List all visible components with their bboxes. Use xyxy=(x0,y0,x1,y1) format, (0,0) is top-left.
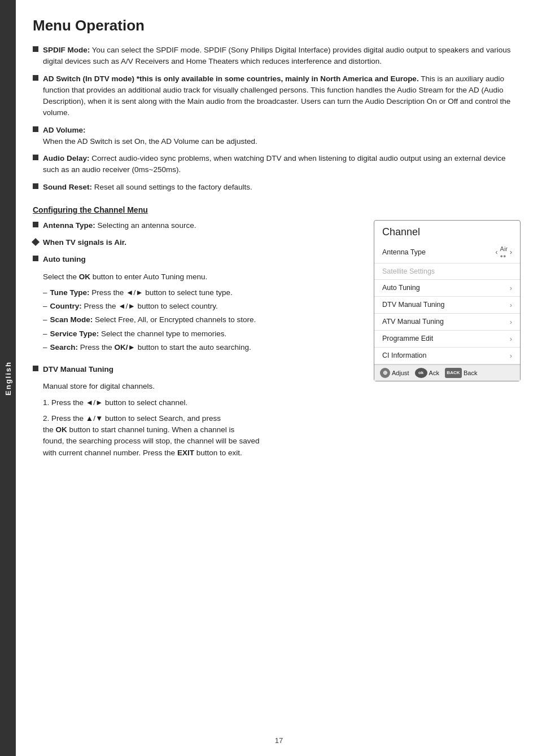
dash-text-search: Search: Press the OK/► button to start t… xyxy=(50,342,251,353)
dash-text-country: Country: Press the ◄/► button to select … xyxy=(50,301,218,312)
adjust-icon: ⊕ xyxy=(380,368,390,378)
bullet-text-dtv: DTV Manual Tuning xyxy=(43,364,362,375)
channel-menu-programme-label: Programme Edit xyxy=(382,335,506,342)
adjust-label: Adjust xyxy=(392,370,409,376)
bullet-text-advolume: AD Volume: When the AD Switch is set On,… xyxy=(43,125,521,148)
auto-tuning-sub: Select the OK button to enter Auto Tunin… xyxy=(43,271,362,283)
bullet-text-spdif: SPDIF Mode: You can select the SPDIF mod… xyxy=(43,45,521,68)
channel-menu-satellite-label: Satellite Settings xyxy=(382,267,512,275)
channel-menu-atv[interactable]: ATV Manual Tuning › xyxy=(374,314,520,331)
channel-section-heading: Configuring the Channel Menu xyxy=(33,205,521,214)
programme-arrow-icon: › xyxy=(510,335,512,343)
dash-country: – Country: Press the ◄/► button to selec… xyxy=(43,301,362,312)
dash-text-tunetype: Tune Type: Press the ◄/► button to selec… xyxy=(50,287,233,298)
dash-servicetype: – Service Type: Select the channel type … xyxy=(43,328,362,340)
channel-ui-box: Channel Antenna Type ‹ Air●● › Satellite… xyxy=(374,220,521,381)
bullet-adswitch: AD Switch (In DTV mode) *this is only av… xyxy=(33,73,521,119)
bullet-icon-dtv xyxy=(33,366,38,371)
dash-text-scanmode: Scan Mode: Select Free, All, or Encrypte… xyxy=(50,314,256,326)
footer-back-btn[interactable]: BACK Back xyxy=(445,368,477,378)
channel-menu-antenna-value: ‹ Air●● › xyxy=(496,245,512,259)
channel-two-col: Antenna Type: Selecting an antenna sourc… xyxy=(33,220,521,463)
bullet-bold-audiodelay: Audio Delay: xyxy=(43,154,90,162)
channel-menu-antenna[interactable]: Antenna Type ‹ Air●● › xyxy=(374,241,520,263)
dash-icon-country: – xyxy=(43,301,47,312)
bullet-text-audiodelay: Audio Delay: Correct audio-video sync pr… xyxy=(43,153,521,176)
dash-icon-search: – xyxy=(43,342,47,353)
channel-footer: ⊕ Adjust ok Ack BACK Back xyxy=(374,364,520,381)
bullet-bold-antennatype: Antenna Type: xyxy=(43,221,95,230)
dash-icon-servicetype: – xyxy=(43,328,47,340)
dtv-step2: 2. Press the ▲/▼ button to select Search… xyxy=(43,413,362,459)
bullet-text-tvsignals: When TV signals is Air. xyxy=(43,237,362,248)
dtv-arrow-icon: › xyxy=(510,301,512,309)
bullet-text-antennatype: Antenna Type: Selecting an antenna sourc… xyxy=(43,220,362,231)
channel-menu-satellite: Satellite Settings xyxy=(374,263,520,280)
page-number: 17 xyxy=(275,736,283,745)
channel-box-title: Channel xyxy=(374,221,520,241)
bullet-spdif: SPDIF Mode: You can select the SPDIF mod… xyxy=(33,45,521,68)
bullet-advolume: AD Volume: When the AD Switch is set On,… xyxy=(33,125,521,148)
side-label: English xyxy=(4,361,12,395)
dash-icon-tunetype: – xyxy=(43,287,47,298)
ok-icon: ok xyxy=(415,368,427,378)
page-wrapper: English Menu Operation SPDIF Mode: You c… xyxy=(0,0,542,756)
page-title: Menu Operation xyxy=(33,17,521,34)
back-icon: BACK xyxy=(445,368,462,378)
bullet-audiodelay: Audio Delay: Correct audio-video sync pr… xyxy=(33,153,521,176)
footer-adjust-btn: ⊕ Adjust xyxy=(380,368,409,378)
bullet-bold-soundreset: Sound Reset: xyxy=(43,183,92,191)
bullet-antennatype: Antenna Type: Selecting an antenna sourc… xyxy=(33,220,362,231)
bullet-dtv: DTV Manual Tuning xyxy=(33,364,362,375)
bullet-autotuning: Auto tuning xyxy=(33,254,362,265)
autotuning-arrow-icon: › xyxy=(510,284,512,292)
channel-menu-ci-label: CI Information xyxy=(382,351,506,359)
ok-label: Ack xyxy=(429,370,439,376)
dtv-step1: 1. Press the ◄/► button to select channe… xyxy=(43,397,362,408)
side-tab: English xyxy=(0,0,16,756)
channel-menu-atv-label: ATV Manual Tuning xyxy=(382,318,506,326)
left-arrow-icon: ‹ xyxy=(496,248,498,256)
bullet-bold-advolume: AD Volume: xyxy=(43,126,86,134)
main-content: Menu Operation SPDIF Mode: You can selec… xyxy=(16,0,542,756)
bullet-text-adswitch: AD Switch (In DTV mode) *this is only av… xyxy=(43,73,521,119)
bullet-soundreset: Sound Reset: Reset all sound settings to… xyxy=(33,182,521,193)
bullet-icon-autotuning xyxy=(33,256,38,261)
dash-search: – Search: Press the OK/► button to start… xyxy=(43,342,362,353)
bullet-bold-tvsignals: When TV signals is Air. xyxy=(43,238,126,247)
bullet-tvsignals: When TV signals is Air. xyxy=(33,237,362,248)
channel-menu-autotuning[interactable]: Auto Tuning › xyxy=(374,280,520,297)
bullet-icon-adswitch xyxy=(33,75,38,81)
dash-tunetype: – Tune Type: Press the ◄/► button to sel… xyxy=(43,287,362,298)
bullet-bold-adswitch: AD Switch (In DTV mode) *this is only av… xyxy=(43,74,419,83)
bullet-text-soundreset: Sound Reset: Reset all sound settings to… xyxy=(43,182,521,193)
channel-menu-dtv[interactable]: DTV Manual Tuning › xyxy=(374,297,520,314)
antenna-type-value: Air●● xyxy=(500,245,508,259)
back-label: Back xyxy=(464,370,477,376)
bullet-icon-advolume xyxy=(33,126,38,132)
bullet-bold-autotuning: Auto tuning xyxy=(43,255,86,263)
bullet-bold-spdif: SPDIF Mode: xyxy=(43,46,90,54)
dash-scanmode: – Scan Mode: Select Free, All, or Encryp… xyxy=(43,314,362,326)
channel-left-col: Antenna Type: Selecting an antenna sourc… xyxy=(33,220,362,463)
channel-menu-ci[interactable]: CI Information › xyxy=(374,348,520,364)
bullet-icon-spdif xyxy=(33,46,38,52)
bullet-icon-antennatype xyxy=(33,222,38,227)
channel-menu-antenna-label: Antenna Type xyxy=(382,248,496,256)
channel-menu-programme[interactable]: Programme Edit › xyxy=(374,331,520,348)
channel-menu-dtv-label: DTV Manual Tuning xyxy=(382,301,506,309)
right-arrow-icon: › xyxy=(510,248,512,256)
channel-menu-autotuning-label: Auto Tuning xyxy=(382,284,506,292)
dash-text-servicetype: Service Type: Select the channel type to… xyxy=(50,328,227,340)
bullet-bold-dtv: DTV Manual Tuning xyxy=(43,365,113,373)
bullet-icon-soundreset xyxy=(33,183,38,189)
bullet-icon-audiodelay xyxy=(33,155,38,160)
bullet-text-autotuning: Auto tuning xyxy=(43,254,362,265)
dtv-sub1: Manual store for digital channels. xyxy=(43,381,362,392)
channel-right-col: Channel Antenna Type ‹ Air●● › Satellite… xyxy=(374,220,521,463)
ci-arrow-icon: › xyxy=(510,351,512,360)
bullet-icon-diamond xyxy=(32,238,40,246)
footer-ok-btn[interactable]: ok Ack xyxy=(415,368,439,378)
atv-arrow-icon: › xyxy=(510,318,512,326)
dash-icon-scanmode: – xyxy=(43,314,47,326)
